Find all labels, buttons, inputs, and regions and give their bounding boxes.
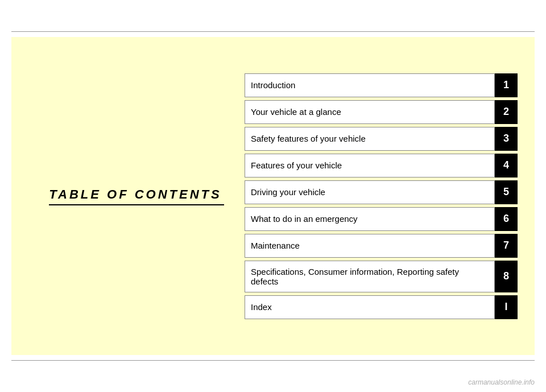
toc-item-label: Introduction xyxy=(245,73,495,97)
toc-row[interactable]: Features of your vehicle4 xyxy=(245,154,518,178)
toc-item-number: I xyxy=(495,295,518,319)
toc-row[interactable]: Driving your vehicle5 xyxy=(245,180,518,204)
toc-item-number: 2 xyxy=(495,100,518,124)
toc-row[interactable]: Specifications, Consumer information, Re… xyxy=(245,261,518,292)
toc-row[interactable]: Introduction1 xyxy=(245,73,518,97)
toc-item-label: Maintenance xyxy=(245,234,495,258)
main-content-area: TABLE OF CONTENTS Introduction1Your vehi… xyxy=(11,37,535,355)
toc-item-number: 8 xyxy=(495,261,518,292)
toc-item-number: 1 xyxy=(495,73,518,97)
toc-item-label: What to do in an emergency xyxy=(245,207,495,231)
toc-item-number: 4 xyxy=(495,154,518,178)
toc-item-label: Features of your vehicle xyxy=(245,154,495,178)
toc-item-number: 5 xyxy=(495,180,518,204)
toc-row[interactable]: Safety features of your vehicle3 xyxy=(245,127,518,151)
toc-list: Introduction1Your vehicle at a glance2Sa… xyxy=(245,73,518,319)
toc-item-label: Safety features of your vehicle xyxy=(245,127,495,151)
toc-item-label: Index xyxy=(245,295,495,319)
toc-row[interactable]: Maintenance7 xyxy=(245,234,518,258)
toc-item-label: Driving your vehicle xyxy=(245,180,495,204)
watermark: carmanualsonline.info xyxy=(468,378,535,386)
toc-item-number: 6 xyxy=(495,207,518,231)
top-divider xyxy=(11,31,535,32)
left-panel: TABLE OF CONTENTS xyxy=(28,187,245,205)
bottom-divider xyxy=(11,360,535,361)
toc-item-number: 3 xyxy=(495,127,518,151)
toc-item-label: Specifications, Consumer information, Re… xyxy=(245,261,495,292)
toc-row[interactable]: Your vehicle at a glance2 xyxy=(245,100,518,124)
toc-title: TABLE OF CONTENTS xyxy=(49,187,224,205)
toc-item-number: 7 xyxy=(495,234,518,258)
toc-item-label: Your vehicle at a glance xyxy=(245,100,495,124)
toc-row[interactable]: What to do in an emergency6 xyxy=(245,207,518,231)
toc-row[interactable]: IndexI xyxy=(245,295,518,319)
